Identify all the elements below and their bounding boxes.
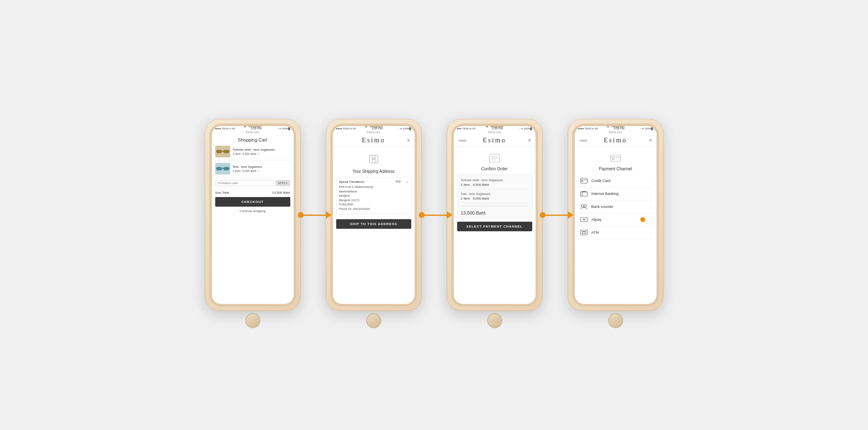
select-payment-button[interactable]: SELECT PAYMENT CHANNEL bbox=[457, 222, 532, 231]
svg-rect-0 bbox=[216, 150, 222, 153]
arrow-2-head bbox=[447, 211, 453, 219]
continue-shopping-link[interactable]: Continue shopping bbox=[215, 209, 290, 213]
arrow-1-head bbox=[326, 211, 332, 219]
phone-top-3 bbox=[486, 125, 503, 128]
payment-item-credit-card[interactable]: Credit Card › bbox=[578, 175, 653, 187]
esimo-header-3: ‹ back Esimo × bbox=[454, 134, 536, 147]
close-button-2[interactable]: × bbox=[407, 137, 410, 144]
address-line4: Bangkok 10170 bbox=[339, 199, 360, 202]
phone-payment: ●●●● TRUE-H 4G 3:55 PM ↑ ✦ 100%▓ Esimo.c… bbox=[568, 119, 664, 311]
payment-item-internet-banking[interactable]: Internet Banking › bbox=[578, 187, 653, 200]
confirm-item-2: Teal - tens Suglasses 2 Item 9,000 Baht bbox=[461, 192, 528, 203]
checkout-button[interactable]: CHECKOUT bbox=[215, 197, 290, 207]
svg-rect-5 bbox=[216, 167, 222, 170]
phone-home-1 bbox=[245, 313, 260, 328]
confirm-item2-qty: 2 Item bbox=[461, 197, 470, 200]
esimo-domain-4: Esimo.com bbox=[575, 130, 657, 134]
cart-content: Shopping Cart bbox=[212, 134, 294, 304]
item2-name: Teal - tens Suglasses bbox=[233, 165, 290, 169]
item1-dropdown-icon: ▾ bbox=[258, 152, 260, 156]
cart-item-1: Tortoise shell - tens Suglasses 1 Item 4… bbox=[215, 146, 290, 160]
back-label-4: back bbox=[580, 139, 587, 142]
tortoise-sunglass-svg bbox=[216, 147, 229, 156]
arrow-3-shape bbox=[543, 215, 568, 216]
arrow-3-head bbox=[568, 211, 574, 219]
svg-point-12 bbox=[373, 158, 374, 159]
payment-title: Payment Channel bbox=[578, 167, 653, 171]
payment-item-bank-counter[interactable]: Bank counter › bbox=[578, 200, 653, 213]
svg-rect-1 bbox=[224, 150, 229, 153]
phone-cart: ●●●● TRUE-H 4G 3:55 PM ↑ ✦ 100%▓ Esimo.c… bbox=[205, 119, 301, 311]
arrow-3 bbox=[538, 215, 572, 216]
arrow-1-shape bbox=[301, 215, 326, 216]
arrow-1-line bbox=[301, 215, 326, 216]
svg-point-27 bbox=[584, 205, 586, 207]
payment-item-alipay[interactable]: Alipay › bbox=[578, 213, 653, 226]
confirm-content: Confirm Order Tortoise shell - tens Sugl… bbox=[454, 147, 536, 304]
cart-item-2: Teal - tens Suglasses 2 Item 9,000 Baht … bbox=[215, 163, 290, 177]
arrow-1 bbox=[297, 215, 330, 216]
subtotal-row: Sub-Total 13,500 Baht bbox=[215, 189, 290, 195]
item2-meta: 2 Item 9,000 Baht ▾ bbox=[233, 169, 290, 173]
camera-1 bbox=[244, 125, 246, 128]
payment-item-atm[interactable]: ATM › bbox=[578, 226, 653, 239]
close-button-4[interactable]: × bbox=[649, 137, 652, 144]
phone-payment-wrapper: ●●●● TRUE-H 4G 3:55 PM ↑ ✦ 100%▓ Esimo.c… bbox=[568, 119, 664, 311]
phone-confirm-wrapper: ●●● TRUE-H 4G 3:55 PM ↑ ✦ 100%▓ Esimo.co… bbox=[447, 119, 543, 311]
internet-banking-label: Internet Banking bbox=[591, 192, 647, 196]
esimo-logo-3: Esimo bbox=[483, 137, 506, 144]
back-button-4[interactable]: ‹ back bbox=[579, 139, 588, 142]
arrow-2-line bbox=[422, 215, 447, 216]
phone-top-4 bbox=[606, 125, 624, 128]
arrow-3-line bbox=[543, 215, 568, 216]
internet-banking-icon bbox=[580, 190, 588, 197]
atm-chevron: › bbox=[650, 231, 652, 235]
bank-counter-icon bbox=[580, 203, 588, 210]
esimo-logo-2: Esimo bbox=[362, 137, 385, 144]
svg-rect-30 bbox=[581, 230, 587, 235]
item1-meta: 1 Item 4,500 Baht ▾ bbox=[233, 152, 290, 156]
scene: ●●●● TRUE-H 4G 3:55 PM ↑ ✦ 100%▓ Esimo.c… bbox=[205, 119, 664, 311]
svg-rect-20 bbox=[581, 178, 587, 183]
bank-counter-label: Bank counter bbox=[591, 205, 647, 209]
camera-4 bbox=[606, 125, 609, 128]
back-button-3[interactable]: ‹ back bbox=[458, 139, 467, 142]
cart-title: Shopping Cart bbox=[215, 137, 290, 142]
confirm-item2-name: Teal - tens Suglasses bbox=[461, 192, 528, 196]
camera-3 bbox=[486, 125, 488, 128]
address-line2: taweewattana bbox=[339, 190, 357, 193]
credit-card-label: Credit Card bbox=[591, 179, 647, 183]
item2-dropdown-icon: ▾ bbox=[258, 169, 260, 173]
address-edit[interactable]: Edit bbox=[395, 180, 400, 183]
phone-home-2 bbox=[366, 313, 381, 328]
confirm-item2-meta: 2 Item 9,000 Baht bbox=[461, 197, 528, 200]
phone-cart-wrapper: ●●●● TRUE-H 4G 3:55 PM ↑ ✦ 100%▓ Esimo.c… bbox=[205, 119, 301, 311]
item1-name: Tortoise shell - tens Suglasses bbox=[233, 148, 290, 152]
shipping-title: Your Shipping Address bbox=[336, 169, 411, 174]
teal-sunglass-svg bbox=[216, 164, 229, 173]
back-chevron-3: ‹ bbox=[458, 139, 459, 142]
confirm-item2-price: 9,000 Baht bbox=[473, 197, 489, 200]
phone-top-1 bbox=[244, 125, 262, 128]
address-remove-icon[interactable]: × bbox=[406, 180, 408, 184]
promo-input[interactable] bbox=[215, 180, 274, 186]
address-text: 8/66 moo 6 salatammasop taweewattana ban… bbox=[339, 185, 408, 211]
close-button-3[interactable]: × bbox=[528, 137, 531, 144]
esimo-header-4: ‹ back Esimo × bbox=[575, 134, 657, 147]
svg-point-29 bbox=[583, 219, 584, 220]
bank-counter-chevron: › bbox=[650, 205, 652, 209]
item2-image bbox=[215, 163, 230, 175]
esimo-domain-1: Esimo.com bbox=[212, 130, 294, 134]
alipay-chevron: › bbox=[650, 218, 652, 222]
map-icon bbox=[336, 150, 411, 169]
address-line5: THAILAND bbox=[339, 203, 354, 206]
item1-qty: 1 Item bbox=[233, 152, 241, 155]
apply-button[interactable]: APPLY bbox=[276, 180, 290, 186]
esimo-domain-3: Esimo.com bbox=[454, 130, 536, 134]
address-phone: Phone #2: O814033320 bbox=[339, 207, 370, 210]
alipay-icon bbox=[580, 216, 588, 223]
confirm-title: Confirm Order bbox=[457, 167, 532, 171]
svg-rect-19 bbox=[612, 158, 614, 159]
subtotal-value: 13,500 Baht bbox=[272, 191, 290, 195]
ship-to-address-button[interactable]: SHIP TO THIS ADDRESS bbox=[336, 219, 411, 229]
